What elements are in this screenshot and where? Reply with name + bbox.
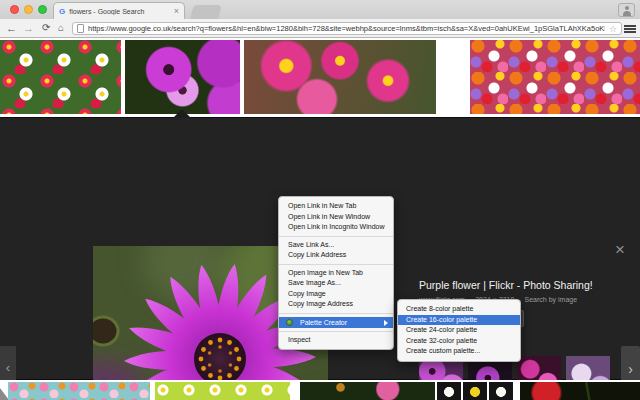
menu-item-copy-link-address[interactable]: Copy Link Address	[279, 250, 393, 261]
search-result-thumbnail[interactable]	[8, 382, 150, 400]
menu-separator	[279, 264, 393, 265]
menu-item-save-image-as[interactable]: Save Image As...	[279, 278, 393, 289]
zoom-window-button[interactable]	[38, 5, 47, 14]
new-tab-button[interactable]	[190, 5, 221, 19]
search-result-thumbnail[interactable]	[0, 40, 121, 114]
context-menu: Open Link in New Tab Open Link in New Wi…	[278, 196, 394, 350]
person-icon	[625, 6, 629, 10]
palette-creator-label: Palette Creator	[300, 319, 347, 326]
tab-bar: G flowers - Google Search ×	[0, 0, 640, 19]
search-result-thumbnail[interactable]	[300, 382, 435, 400]
browser-toolbar: ← → ⟳ ⌂ https://www.google.co.uk/search?…	[0, 19, 640, 38]
tab-close-icon[interactable]: ×	[174, 6, 179, 16]
chevron-left-icon: ‹	[6, 360, 10, 375]
chrome-menu-icon[interactable]	[624, 25, 636, 33]
submenu-item-16-color[interactable]: Create 16-color palette	[398, 315, 520, 326]
url-text[interactable]: https://www.google.co.uk/search?q=flower…	[88, 24, 605, 33]
google-favicon-icon: G	[59, 7, 65, 16]
back-icon[interactable]: ←	[6, 21, 17, 35]
menu-separator	[279, 236, 393, 237]
menu-separator	[279, 331, 393, 332]
palette-creator-submenu: Create 8-color palette Create 16-color p…	[397, 299, 521, 362]
address-bar[interactable]: https://www.google.co.uk/search?q=flower…	[72, 22, 622, 35]
menu-item-palette-creator[interactable]: Palette Creator	[279, 317, 393, 328]
search-result-thumbnail[interactable]	[437, 382, 461, 400]
forward-icon[interactable]: →	[23, 21, 34, 35]
submenu-item-custom[interactable]: Create custom palette...	[398, 346, 520, 357]
reload-icon[interactable]: ⟳	[42, 21, 50, 35]
submenu-item-24-color[interactable]: Create 24-color palette	[398, 325, 520, 336]
search-by-image-link[interactable]: Search by image	[525, 296, 578, 303]
menu-item-save-link-as[interactable]: Save Link As...	[279, 240, 393, 251]
browser-tab[interactable]: G flowers - Google Search ×	[53, 2, 185, 19]
submenu-arrow-icon	[384, 320, 388, 326]
menu-item-open-link-new-window[interactable]: Open Link in New Window	[279, 212, 393, 223]
preview-title[interactable]: Purple flower | Flickr - Photo Sharing!	[419, 279, 593, 291]
menu-item-inspect[interactable]: Inspect	[279, 335, 393, 346]
image-results-row-top	[0, 38, 640, 117]
search-result-thumbnail[interactable]	[244, 40, 436, 114]
page-icon	[77, 24, 84, 33]
person-icon-body	[623, 11, 631, 16]
minimize-window-button[interactable]	[24, 5, 33, 14]
chevron-right-icon: ›	[628, 361, 633, 377]
search-result-thumbnail[interactable]	[155, 382, 290, 400]
menu-item-copy-image-address[interactable]: Copy Image Address	[279, 299, 393, 310]
close-window-button[interactable]	[10, 5, 19, 14]
home-icon[interactable]: ⌂	[58, 21, 64, 35]
search-result-thumbnail[interactable]	[463, 382, 487, 400]
search-result-thumbnail[interactable]	[489, 382, 513, 400]
selected-thumbnail-caret	[173, 109, 191, 118]
submenu-item-32-color[interactable]: Create 32-color palette	[398, 336, 520, 347]
search-result-thumbnail[interactable]	[470, 40, 640, 114]
menu-item-open-link-new-tab[interactable]: Open Link in New Tab	[279, 201, 393, 212]
submenu-item-8-color[interactable]: Create 8-color palette	[398, 304, 520, 315]
search-result-thumbnail[interactable]	[520, 382, 640, 400]
profile-button[interactable]	[618, 3, 635, 17]
menu-separator	[279, 313, 393, 314]
bookmark-star-icon[interactable]: ☆	[609, 24, 617, 34]
menu-item-copy-image[interactable]: Copy Image	[279, 289, 393, 300]
tab-title: flowers - Google Search	[69, 8, 171, 15]
close-preview-icon[interactable]: ×	[608, 239, 632, 261]
image-results-row-bottom	[0, 380, 640, 400]
browser-window: G flowers - Google Search × ← → ⟳ ⌂ http…	[0, 0, 640, 400]
search-result-thumbnail-selected[interactable]	[125, 40, 240, 114]
menu-item-open-link-incognito[interactable]: Open Link in Incognito Window	[279, 222, 393, 233]
palette-creator-icon	[286, 319, 293, 326]
menu-item-open-image-new-tab[interactable]: Open Image in New Tab	[279, 268, 393, 279]
